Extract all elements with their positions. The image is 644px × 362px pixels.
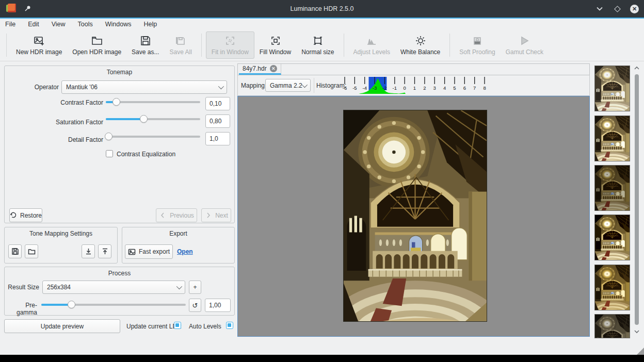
export-title: Export — [122, 230, 234, 237]
preview-thumbnail-5[interactable] — [594, 265, 630, 310]
arrow-up-icon — [101, 248, 109, 255]
open-link[interactable]: Open — [177, 248, 193, 255]
close-icon[interactable]: ✕ — [630, 5, 639, 13]
menu-file[interactable]: File — [5, 21, 15, 28]
chevron-left-icon — [159, 211, 167, 219]
image-icon — [128, 248, 136, 256]
save-settings-button[interactable] — [8, 244, 22, 258]
toolbar-separator — [344, 34, 344, 57]
load-settings-button[interactable] — [25, 244, 38, 258]
detail-factor-value[interactable]: 1,0 — [205, 132, 230, 145]
svg-text:1: 1 — [413, 85, 416, 91]
update-current-ldr-checkbox[interactable] — [174, 322, 181, 329]
contrast-factor-label: Contrast Factor — [31, 99, 103, 106]
preview-thumbnail-1[interactable] — [594, 65, 630, 111]
histogram[interactable]: -6-5-4-3-2-1012345678 — [341, 77, 492, 94]
preview-thumbnail-6[interactable] — [594, 314, 630, 338]
svg-text:-2: -2 — [382, 85, 387, 91]
scroll-up-icon[interactable] — [633, 65, 640, 71]
toolbar-handle — [6, 34, 7, 57]
mapping-toolbar: Mapping: Gamma 2.2 Histogram: -6-5-4-3-2… — [237, 75, 590, 96]
maximize-icon[interactable] — [613, 4, 622, 13]
thumbnail-scrollbar[interactable] — [633, 65, 640, 337]
result-size-label: Result Size — [7, 284, 39, 291]
menu-view[interactable]: View — [52, 21, 66, 28]
normal-size-button[interactable]: Normal size — [296, 31, 339, 59]
fill-window-button[interactable]: Fill Window — [254, 31, 296, 59]
menu-windows[interactable]: Windows — [105, 21, 132, 28]
new-hdr-button[interactable]: New HDR image — [11, 31, 67, 59]
tab-bar: 84y7.hdr ✕ — [237, 63, 590, 75]
new-image-icon — [34, 35, 45, 46]
queue-settings-button[interactable] — [98, 244, 111, 258]
svg-text:7: 7 — [473, 85, 476, 91]
adjust-levels-button: Adjust Levels — [348, 31, 395, 59]
undo-icon — [10, 211, 17, 219]
folder-icon — [28, 248, 36, 255]
preview-thumbnail-4[interactable] — [594, 215, 630, 260]
pre-gamma-value[interactable]: 1,00 — [205, 299, 231, 312]
svg-text:5: 5 — [453, 85, 456, 91]
svg-text:-4: -4 — [362, 85, 366, 91]
fast-export-button[interactable]: Fast export — [125, 244, 173, 259]
auto-levels-label: Auto Levels — [189, 323, 221, 330]
chevron-down-icon — [218, 84, 224, 89]
menu-help[interactable]: Help — [143, 21, 157, 28]
menu-edit[interactable]: Edit — [28, 21, 39, 28]
slider-handle[interactable] — [68, 301, 75, 308]
pre-gamma-slider[interactable] — [41, 300, 186, 309]
operator-select[interactable]: Mantiuk '06 — [61, 80, 227, 94]
scrollbar-thumb[interactable] — [635, 74, 639, 325]
svg-text:0: 0 — [404, 85, 406, 91]
preview-thumbnail-2[interactable] — [594, 116, 630, 161]
contrast-equalization-label: Contrast Equalization — [117, 151, 175, 158]
svg-text:8: 8 — [483, 85, 486, 91]
operator-label: Operator — [21, 84, 59, 91]
slider-handle[interactable] — [112, 98, 120, 106]
slider-handle[interactable] — [105, 133, 112, 140]
slider-handle[interactable] — [140, 115, 148, 123]
svg-text:2: 2 — [423, 85, 426, 91]
preview-thumbnail-3[interactable] — [594, 165, 630, 211]
scroll-down-icon[interactable] — [633, 328, 640, 335]
window-title: Luminance HDR 2.5.0 — [0, 5, 644, 12]
restore-button[interactable]: Restore — [9, 208, 42, 222]
contrast-factor-slider[interactable] — [106, 97, 200, 107]
pre-gamma-reset-button[interactable]: ↺ — [189, 299, 201, 312]
menubar: File Edit View Tools Windows Help — [0, 19, 644, 29]
save-icon — [11, 248, 19, 255]
svg-text:-6: -6 — [343, 85, 347, 91]
fill-window-icon — [270, 35, 281, 46]
svg-text:-5: -5 — [352, 85, 357, 91]
saturation-factor-value[interactable]: 0,80 — [205, 114, 230, 128]
minimize-icon[interactable] — [595, 4, 604, 13]
save-as-button[interactable]: Save as... — [126, 31, 164, 59]
result-size-select[interactable]: 256x384 — [42, 281, 185, 294]
folder-icon — [91, 35, 103, 46]
auto-levels-checkbox[interactable] — [226, 322, 233, 329]
soft-proofing-button: Soft Proofing — [454, 31, 500, 59]
levels-icon — [366, 35, 377, 46]
contrast-equalization-checkbox[interactable] — [106, 150, 113, 157]
arrow-down-icon — [85, 248, 92, 255]
hdr-preview-image[interactable] — [344, 110, 487, 321]
update-preview-button[interactable]: Update preview — [4, 319, 120, 333]
add-size-button[interactable]: + — [189, 281, 201, 294]
svg-text:6: 6 — [463, 85, 466, 91]
open-hdr-button[interactable]: Open HDR image — [67, 31, 126, 59]
tone-mapping-settings-title: Tone Mapping Settings — [5, 230, 117, 237]
menu-tools[interactable]: Tools — [78, 21, 93, 28]
resize-grip[interactable] — [637, 348, 644, 355]
white-balance-button[interactable]: White Balance — [395, 31, 445, 59]
tab-close-icon[interactable]: ✕ — [270, 65, 277, 72]
detail-factor-slider[interactable] — [106, 132, 200, 141]
contrast-factor-value[interactable]: 0,10 — [205, 97, 230, 110]
saturation-factor-slider[interactable] — [106, 114, 200, 124]
gamut-check-icon — [519, 35, 530, 46]
normal-size-icon — [312, 35, 324, 46]
mapping-select[interactable]: Gamma 2.2 — [265, 79, 311, 92]
toolbar-separator — [449, 34, 450, 57]
apply-settings-button[interactable] — [82, 244, 95, 258]
update-current-ldr-label: Update current LDR — [126, 323, 182, 330]
tab-84y7-hdr[interactable]: 84y7.hdr ✕ — [239, 64, 281, 75]
